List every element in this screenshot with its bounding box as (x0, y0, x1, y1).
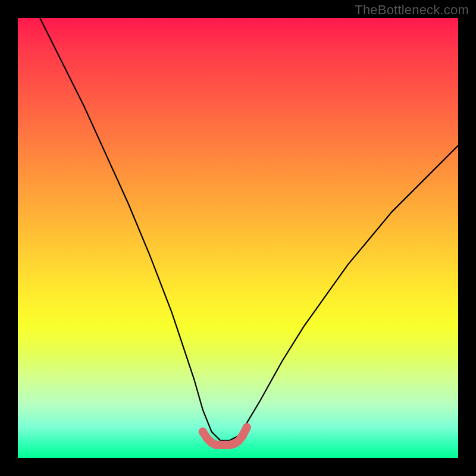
plot-area (18, 18, 458, 458)
attribution-label: TheBottleneck.com (355, 2, 469, 18)
bottleneck-curve (40, 18, 458, 440)
optimal-marker-dot (243, 423, 251, 431)
chart-frame: TheBottleneck.com (0, 0, 476, 476)
curve-layer (18, 18, 458, 458)
optimal-band-markers (199, 423, 251, 449)
optimal-marker-dot (238, 432, 246, 440)
